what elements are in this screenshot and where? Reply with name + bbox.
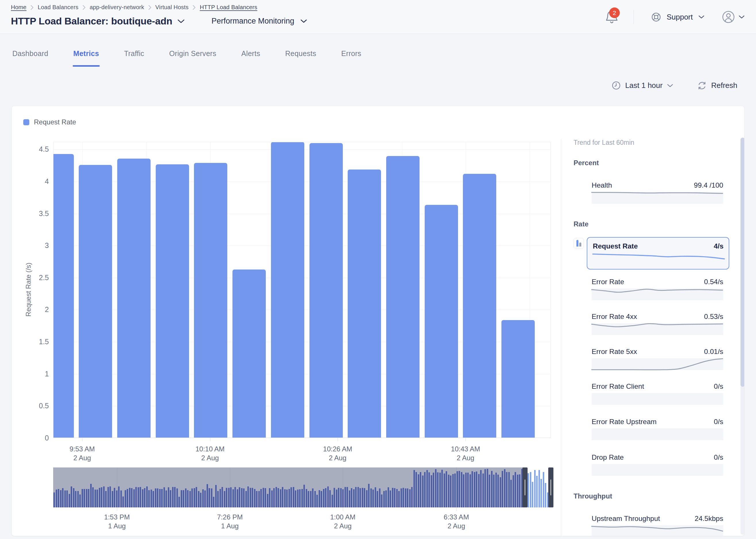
- bar-chart-icon-bar1: [576, 240, 578, 247]
- brush-mini-bar: [411, 487, 413, 507]
- brush-mini-bar: [142, 489, 143, 507]
- metric-row-error-rate-client[interactable]: Error Rate Client0/s: [592, 382, 723, 405]
- metric-row-error-rate-upstream[interactable]: Error Rate Upstream0/s: [592, 418, 723, 440]
- metric-row-header: Drop Rate0/s: [592, 453, 723, 461]
- brush-mini-bar: [465, 473, 467, 507]
- brush-mini-bar: [112, 491, 113, 508]
- x-tick-mark: [466, 438, 466, 441]
- brush-mini-bar: [144, 488, 145, 507]
- brush-tick-mark: [456, 507, 457, 511]
- bar[interactable]: [194, 163, 227, 437]
- bar[interactable]: [463, 174, 496, 437]
- metric-row-health[interactable]: Health99.4 /100: [592, 181, 723, 204]
- breadcrumb-item-virtual-hosts[interactable]: Virtual Hosts: [155, 4, 189, 11]
- breadcrumb-item-home[interactable]: Home: [11, 4, 27, 11]
- bar[interactable]: [53, 154, 74, 437]
- brush-mini-bar: [480, 470, 482, 507]
- notifications-button[interactable]: 2: [605, 10, 619, 25]
- bar[interactable]: [79, 165, 112, 437]
- metric-label: Error Rate Upstream: [592, 418, 656, 426]
- brush-mini-bar: [474, 472, 475, 507]
- metric-row-error-rate-4xx[interactable]: Error Rate 4xx0.53/s: [592, 313, 723, 335]
- support-menu[interactable]: Support: [651, 12, 704, 22]
- bar[interactable]: [309, 143, 343, 437]
- x-tick-mark: [338, 438, 338, 441]
- section-selector[interactable]: Performance Monitoring: [211, 17, 307, 26]
- tab-errors[interactable]: Errors: [341, 49, 361, 67]
- bar[interactable]: [232, 270, 266, 437]
- bar[interactable]: [348, 170, 381, 437]
- brush-mini-bar: [219, 489, 221, 507]
- breadcrumb-item-app-delivery-network[interactable]: app-delivery-network: [90, 4, 144, 11]
- metric-row-error-rate[interactable]: Error Rate0.54/s: [592, 278, 723, 300]
- legend-item-request-rate[interactable]: Request Rate: [23, 118, 76, 126]
- brush-mini-bar: [185, 489, 187, 507]
- brush-mini-bar: [426, 470, 428, 507]
- metric-label: Request Rate: [593, 242, 638, 250]
- x-axis-label: 10:26 AM2 Aug: [306, 444, 369, 462]
- brush-mini-bar: [513, 475, 514, 507]
- panel-section-header-percent: Percent: [573, 159, 599, 167]
- brush-tick-mark: [117, 507, 117, 511]
- metric-row-error-rate-5xx[interactable]: Error Rate 5xx0.01/s: [592, 347, 723, 370]
- bar[interactable]: [271, 142, 304, 437]
- metric-row-upstream-throughput[interactable]: Upstream Throughput24.5kbps: [592, 514, 723, 536]
- refresh-button[interactable]: Refresh: [698, 81, 737, 90]
- brush-handle-right[interactable]: [548, 467, 554, 507]
- bar[interactable]: [156, 164, 189, 437]
- tab-alerts[interactable]: Alerts: [241, 49, 260, 67]
- brush-mini-bar: [346, 487, 348, 507]
- panel-scrollbar-thumb[interactable]: [740, 138, 744, 387]
- brush-handle-left[interactable]: [522, 467, 528, 507]
- tab-origin-servers[interactable]: Origin Servers: [169, 49, 216, 67]
- breadcrumb-item-load-balancers[interactable]: Load Balancers: [38, 4, 78, 11]
- brush-mini-bar: [114, 488, 115, 508]
- brush-mini-bar: [321, 491, 322, 508]
- chart-type-icon[interactable]: [573, 238, 584, 249]
- y-tick-label: 0.5: [22, 402, 49, 410]
- metric-row-request-rate[interactable]: Request Rate4/s: [587, 237, 729, 270]
- brush-mini-bar: [177, 489, 178, 507]
- breadcrumb-item-http-load-balancers[interactable]: HTTP Load Balancers: [200, 4, 257, 11]
- brush-track[interactable]: [53, 467, 551, 507]
- y-axis-title: Request Rate (/s): [25, 209, 33, 370]
- chart-controls: Last 1 hour Refresh: [612, 81, 737, 90]
- bar[interactable]: [501, 320, 535, 437]
- brush-mini-bar: [418, 474, 419, 507]
- brush-axis-label: 1:00 AM2 Aug: [311, 512, 374, 530]
- x-axis-label: 10:43 AM2 Aug: [434, 444, 497, 462]
- brush-mini-bar: [207, 484, 208, 507]
- tab-metrics[interactable]: Metrics: [73, 49, 99, 67]
- title-chevron-down-icon[interactable]: [178, 19, 185, 23]
- brush-mini-bar: [92, 487, 94, 507]
- brush-mini-bar: [179, 497, 180, 507]
- time-range-select[interactable]: Last 1 hour: [612, 81, 673, 90]
- brush-mini-bar: [448, 475, 449, 507]
- brush-mini-bar: [215, 485, 217, 507]
- bar[interactable]: [386, 156, 419, 437]
- brush-mini-bar: [224, 491, 225, 508]
- brush-mini-bar: [336, 490, 337, 507]
- tab-bar: DashboardMetricsTrafficOrigin ServersAle…: [12, 49, 361, 67]
- bar[interactable]: [117, 159, 151, 437]
- brush-mini-bar: [405, 489, 406, 507]
- bar[interactable]: [425, 205, 458, 438]
- brush-mini-bar: [483, 474, 484, 507]
- metric-row-header: Upstream Throughput24.5kbps: [592, 514, 723, 523]
- metric-sparkline-strip: [592, 288, 723, 300]
- brush-mini-bar: [286, 490, 288, 507]
- tab-dashboard[interactable]: Dashboard: [12, 49, 48, 67]
- tab-traffic[interactable]: Traffic: [124, 49, 144, 67]
- brush-mini-bar: [105, 491, 107, 508]
- brush-mini-bar: [271, 491, 273, 507]
- metric-row-drop-rate[interactable]: Drop Rate0/s: [592, 453, 723, 476]
- tab-requests[interactable]: Requests: [285, 49, 316, 67]
- brush-mini-bar: [377, 491, 378, 508]
- brush-mini-bar: [461, 472, 462, 507]
- brush-mini-bar: [280, 489, 281, 507]
- x-axis-label-date: 2 Aug: [50, 453, 114, 462]
- brush-mini-bar: [390, 491, 391, 507]
- brush-selection[interactable]: [525, 467, 551, 507]
- panel-section-header-throughput: Throughput: [573, 492, 612, 500]
- user-menu[interactable]: [722, 11, 744, 23]
